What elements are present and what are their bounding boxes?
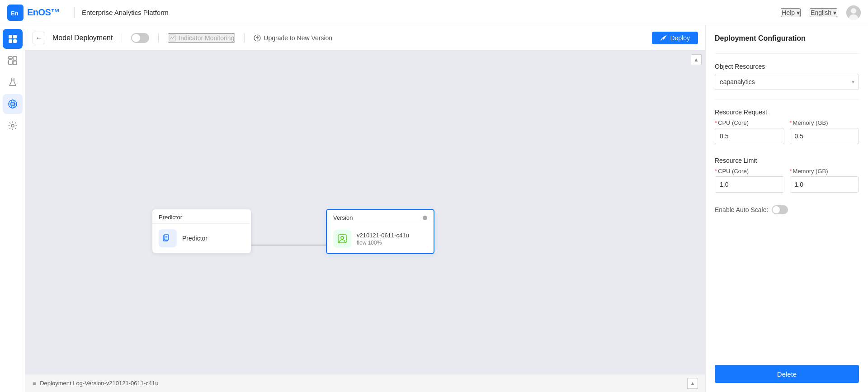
- svg-point-3: [851, 8, 856, 14]
- svg-point-18: [11, 124, 14, 127]
- limit-cpu-group: * CPU (Core): [715, 168, 784, 193]
- indicator-monitoring-button[interactable]: Indicator Monitoring: [168, 33, 235, 43]
- predictor-node-label: Predictor: [182, 235, 208, 242]
- panel-title: Deployment Configuration: [715, 34, 859, 43]
- version-header-label: Version: [333, 214, 353, 221]
- version-info: v210121-0611-c41u flow 100%: [357, 232, 409, 246]
- svg-rect-8: [13, 39, 17, 43]
- req-memory-input[interactable]: [790, 128, 859, 144]
- limit-cpu-label-text: CPU (Core): [718, 168, 749, 175]
- version-status-dot: [423, 216, 427, 220]
- help-chevron-icon: ▾: [797, 9, 800, 16]
- limit-memory-group: * Memory (GB): [790, 168, 859, 193]
- indicator-label: Indicator Monitoring: [179, 34, 234, 42]
- upgrade-button[interactable]: Upgrade to New Version: [254, 34, 332, 42]
- req-cpu-star: *: [715, 119, 717, 126]
- help-button[interactable]: Help ▾: [781, 8, 801, 17]
- svg-rect-10: [13, 57, 17, 60]
- svg-rect-5: [9, 35, 12, 38]
- limit-memory-label: * Memory (GB): [790, 168, 859, 175]
- upgrade-label: Upgrade to New Version: [264, 34, 332, 42]
- platform-name: Enterprise Analytics Platform: [82, 9, 169, 16]
- toolbar: ← Model Deployment Indicator Monitoring …: [25, 25, 705, 51]
- back-icon: ←: [35, 34, 42, 42]
- header-divider: [74, 7, 75, 18]
- resource-limit-label: Resource Limit: [715, 157, 859, 164]
- log-text: Deployment Log-Version-v210121-0611-c41u: [40, 380, 158, 387]
- left-sidebar: [0, 25, 25, 392]
- auto-scale-slider: [772, 205, 788, 214]
- scroll-up-button[interactable]: ▲: [691, 54, 702, 65]
- version-id: v210121-0611-c41u: [357, 232, 409, 239]
- panel-divider-2: [715, 99, 859, 99]
- sidebar-item-lab[interactable]: [3, 72, 23, 92]
- right-panel: Deployment Configuration Object Resource…: [705, 25, 868, 392]
- version-node-body: v210121-0611-c41u flow 100%: [327, 224, 434, 253]
- resource-request-label: Resource Request: [715, 109, 859, 116]
- enable-toggle[interactable]: [131, 33, 149, 43]
- log-bar: ≡ Deployment Log-Version-v210121-0611-c4…: [25, 374, 705, 392]
- svg-rect-9: [9, 57, 12, 59]
- page-title: Model Deployment: [52, 34, 113, 42]
- log-icon: ≡: [33, 380, 36, 387]
- version-node-icon: [333, 230, 351, 248]
- auto-scale-label: Enable Auto Scale:: [715, 206, 768, 213]
- req-memory-star: *: [790, 119, 792, 126]
- sidebar-item-models[interactable]: [3, 94, 23, 114]
- upgrade-icon: [254, 34, 261, 42]
- predictor-node-header: Predictor: [152, 209, 251, 224]
- enos-logo-icon: En: [7, 5, 24, 21]
- resource-limit-section: Resource Limit * CPU (Core) * Memory (GB…: [715, 157, 859, 198]
- req-memory-group: * Memory (GB): [790, 119, 859, 144]
- panel-divider-1: [715, 53, 859, 54]
- canvas-area: ▲ Predictor: [25, 51, 705, 374]
- svg-rect-12: [13, 61, 17, 65]
- auto-scale-section: Enable Auto Scale:: [715, 205, 859, 214]
- auto-scale-toggle[interactable]: [772, 205, 788, 214]
- version-flow: flow 100%: [357, 240, 409, 246]
- svg-text:En: En: [11, 10, 19, 17]
- req-cpu-label-text: CPU (Core): [718, 119, 749, 126]
- resource-limit-fields: * CPU (Core) * Memory (GB): [715, 168, 859, 198]
- resource-request-fields: * CPU (Core) * Memory (GB): [715, 119, 859, 150]
- sidebar-item-dashboard[interactable]: [3, 51, 23, 71]
- deploy-button[interactable]: Deploy: [652, 32, 698, 44]
- svg-rect-7: [9, 39, 12, 43]
- lang-chevron-icon: ▾: [833, 9, 836, 16]
- deploy-icon: [660, 34, 667, 42]
- toolbar-divider: [122, 33, 122, 43]
- sidebar-item-home[interactable]: [3, 29, 23, 49]
- resource-request-section: Resource Request * CPU (Core) * Memory (…: [715, 109, 859, 150]
- logo-area: En EnOS™: [7, 5, 60, 21]
- predictor-node-icon: [159, 229, 177, 247]
- limit-memory-label-text: Memory (GB): [793, 168, 828, 175]
- req-memory-label-text: Memory (GB): [793, 119, 828, 126]
- language-button[interactable]: English ▾: [810, 8, 837, 17]
- version-node-header: Version: [327, 210, 434, 224]
- version-node[interactable]: Version v210121-0611-c41u flow 100%: [326, 209, 434, 254]
- main-content: ← Model Deployment Indicator Monitoring …: [25, 25, 705, 392]
- limit-memory-star: *: [790, 168, 792, 175]
- limit-cpu-star: *: [715, 168, 717, 175]
- limit-cpu-input[interactable]: [715, 176, 784, 193]
- sidebar-item-settings[interactable]: [3, 116, 23, 136]
- limit-memory-input[interactable]: [790, 176, 859, 193]
- svg-rect-11: [9, 60, 12, 65]
- back-button[interactable]: ←: [33, 32, 45, 44]
- deploy-label: Deploy: [670, 34, 690, 42]
- limit-cpu-label: * CPU (Core): [715, 168, 784, 175]
- predictor-node[interactable]: Predictor Predictor: [152, 209, 251, 253]
- req-memory-label: * Memory (GB): [790, 119, 859, 126]
- log-expand-button[interactable]: ▲: [687, 378, 698, 389]
- object-resources-select[interactable]: eapanalytics: [715, 74, 859, 90]
- panel-spacer: [715, 222, 859, 358]
- delete-button[interactable]: Delete: [715, 365, 859, 383]
- object-resources-section: Object Resources eapanalytics ▾: [715, 63, 859, 90]
- predictor-node-body: Predictor: [152, 224, 251, 253]
- req-cpu-group: * CPU (Core): [715, 119, 784, 144]
- chart-icon: [169, 34, 176, 42]
- req-cpu-input[interactable]: [715, 128, 784, 144]
- help-label: Help: [782, 9, 795, 16]
- user-avatar[interactable]: [846, 5, 861, 20]
- object-resources-select-wrapper: eapanalytics ▾: [715, 74, 859, 90]
